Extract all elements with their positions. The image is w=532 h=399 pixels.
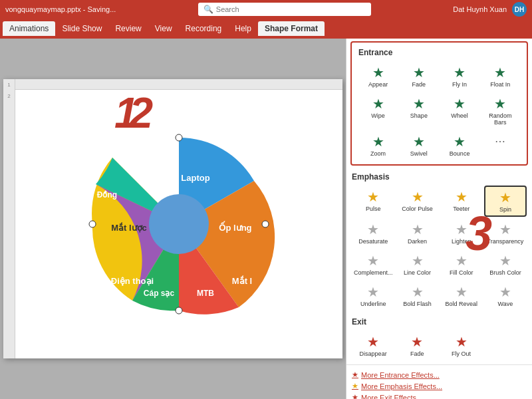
search-box[interactable]: 🔍: [198, 3, 371, 16]
darken-item[interactable]: ★ Darken: [396, 218, 439, 248]
exit-item-1[interactable]: ★ Disappear: [352, 331, 394, 360]
brushcolor-item[interactable]: ★ Brush Color: [484, 249, 527, 279]
transparency-label: Transparency: [487, 238, 524, 245]
more-emphasis-link[interactable]: ★ More Emphasis Effects...: [352, 380, 527, 392]
swivel-item[interactable]: ★ Swivel: [399, 130, 438, 160]
darken-label: Darken: [408, 238, 427, 245]
filename-label: vongquaymaymap.pptx - Saving...: [5, 5, 116, 13]
boldreveal-icon: ★: [456, 284, 467, 300]
lighten-icon: ★: [456, 221, 467, 237]
title-bar-right: Dat Huynh Xuan DH: [453, 2, 527, 17]
exit-item-2[interactable]: ★ Fade: [396, 331, 438, 360]
chart-container: Laptop Ốp lưng Mắt lược Mắt l Điện thoại…: [15, 90, 342, 358]
bottom-links: ★ More Entrance Effects... ★ More Emphas…: [346, 366, 532, 399]
floatin-icon: ★: [494, 65, 506, 80]
emphasis-section: Emphasis ★ Pulse ★ Color Pulse ★ Teeter …: [346, 168, 532, 313]
svg-point-1: [176, 134, 182, 141]
more-exit-link[interactable]: ★ More Exit Effects...: [352, 392, 527, 399]
lighten-item[interactable]: ★ Lighten: [440, 218, 483, 248]
exit2-label: Fade: [410, 350, 424, 357]
svg-text:Điện thoại: Điện thoại: [111, 276, 154, 286]
spin-item[interactable]: ★ Spin: [484, 186, 527, 217]
exit-title: Exit: [346, 313, 532, 328]
desaturate-item[interactable]: ★ Desaturate: [352, 218, 395, 248]
svg-point-3: [262, 221, 269, 227]
spin-icon: ★: [499, 190, 511, 205]
shape-icon: ★: [413, 96, 425, 112]
wipe-icon: ★: [372, 96, 384, 112]
complement-item[interactable]: ★ Complement...: [352, 249, 395, 279]
wave-item[interactable]: ★ Wave: [484, 281, 527, 311]
pie-chart[interactable]: Laptop Ốp lưng Mắt lược Mắt l Điện thoại…: [72, 118, 285, 331]
zoom-item[interactable]: ★ Zoom: [358, 130, 398, 160]
tab-slideshow[interactable]: Slide Show: [55, 21, 108, 36]
search-icon: 🔍: [203, 5, 213, 14]
search-input[interactable]: [216, 5, 366, 13]
pulse-item[interactable]: ★ Pulse: [352, 186, 395, 217]
wheel-item[interactable]: ★ Wheel: [440, 92, 479, 129]
teeter-item[interactable]: ★ Teeter: [440, 186, 483, 217]
tab-shapeformat[interactable]: Shape Format: [258, 21, 325, 36]
linecolor-item[interactable]: ★ Line Color: [396, 249, 439, 279]
exit1-label: Disappear: [360, 350, 387, 357]
swivel-item-label: Swivel: [410, 150, 428, 157]
exit-grid: ★ Disappear ★ Fade ★ Fly Out: [346, 328, 532, 363]
randombars-item[interactable]: ★ Random Bars: [481, 92, 520, 129]
tab-review[interactable]: Review: [108, 21, 148, 36]
wave-label: Wave: [498, 301, 513, 307]
randombars-icon: ★: [494, 96, 506, 112]
tab-recording[interactable]: Recording: [179, 21, 229, 36]
entrance-star-icon: ★: [352, 370, 358, 379]
more-entrance-link[interactable]: ★ More Entrance Effects...: [352, 369, 527, 380]
exit-item-3[interactable]: ★ Fly Out: [440, 331, 483, 360]
zoom-item-label: Zoom: [370, 150, 386, 157]
fillcolor-item[interactable]: ★ Fill Color: [440, 249, 483, 279]
tab-view[interactable]: View: [148, 21, 179, 36]
brushcolor-icon: ★: [499, 253, 511, 269]
more-emphasis-label: More Emphasis Effects...: [361, 382, 442, 390]
boldreveal-label: Bold Reveal: [446, 301, 478, 307]
exit2-icon: ★: [411, 334, 423, 350]
exit3-label: Fly Out: [452, 350, 471, 357]
bounce-item[interactable]: ★ Bounce: [440, 130, 479, 160]
shape-item[interactable]: ★ Shape: [399, 92, 438, 129]
boldflash-item[interactable]: ★ Bold Flash: [396, 281, 439, 311]
wipe-item-label: Wipe: [371, 112, 385, 119]
complement-label: Complement...: [354, 269, 393, 276]
title-bar-center: 🔍: [116, 3, 453, 16]
wipe-item[interactable]: ★ Wipe: [358, 92, 398, 129]
appear-item[interactable]: ★ Appear: [358, 61, 398, 91]
tab-help[interactable]: Help: [228, 21, 258, 36]
underline-icon: ★: [367, 284, 379, 300]
appear-label: Appear: [368, 81, 388, 88]
floatin-item-label: Float In: [490, 81, 510, 88]
slide-canvas-area: 1 2 1 2: [0, 39, 346, 399]
colorpulse-icon: ★: [412, 189, 424, 205]
entrance-more[interactable]: ⋯: [481, 130, 520, 160]
underline-item[interactable]: ★ Underline: [352, 281, 395, 311]
tab-animations[interactable]: Animations: [3, 21, 55, 36]
fillcolor-label: Fill Color: [450, 269, 473, 276]
exit-section: Exit ★ Disappear ★ Fade ★ Fly Out: [346, 313, 532, 363]
avatar[interactable]: DH: [512, 2, 527, 17]
colorpulse-item[interactable]: ★ Color Pulse: [396, 186, 439, 217]
boldreveal-item[interactable]: ★ Bold Reveal: [440, 281, 483, 311]
wave-icon: ★: [499, 284, 511, 300]
entrance-grid: ★ Appear ★ Fade ★ Fly In ★ Float In ★ Wi…: [353, 59, 525, 163]
svg-text:Mắt lược: Mắt lược: [111, 222, 147, 233]
floatin-item[interactable]: ★ Float In: [481, 61, 520, 91]
linecolor-icon: ★: [412, 253, 424, 269]
tab-bar: Animations Slide Show Review View Record…: [0, 19, 532, 39]
fade-item[interactable]: ★ Fade: [399, 61, 438, 91]
user-label: Dat Huynh Xuan: [453, 5, 507, 13]
svg-text:MTB: MTB: [197, 289, 214, 298]
randombars-item-label: Random Bars: [483, 112, 518, 126]
right-panel: Entrance ★ Appear ★ Fade ★ Fly In ★ Floa…: [346, 39, 532, 399]
boldflash-label: Bold Flash: [403, 301, 432, 307]
darken-icon: ★: [412, 221, 424, 237]
wheel-item-label: Wheel: [451, 112, 468, 119]
desaturate-label: Desaturate: [358, 238, 388, 245]
emphasis-grid: ★ Pulse ★ Color Pulse ★ Teeter ★ Spin ★ …: [346, 183, 532, 313]
flyin-item[interactable]: ★ Fly In: [440, 61, 479, 91]
transparency-item[interactable]: ★ Transparency: [484, 218, 527, 248]
